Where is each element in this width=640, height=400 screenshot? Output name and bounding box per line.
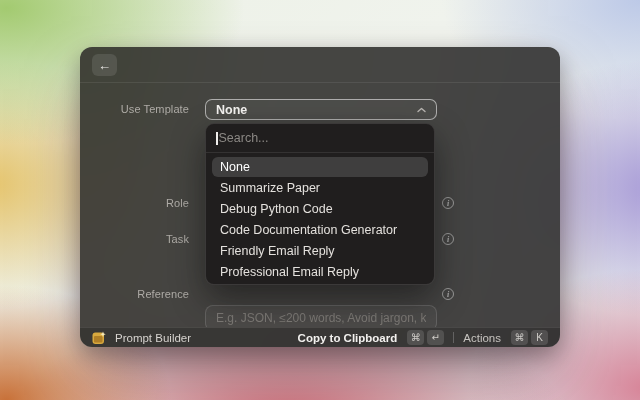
dropdown-item-summarize-paper[interactable]: Summarize Paper xyxy=(212,178,428,198)
back-button[interactable]: ← xyxy=(92,54,117,76)
info-icon[interactable]: i xyxy=(442,288,454,300)
prompt-builder-window: ← Use Template None Role Task Reference … xyxy=(80,47,560,347)
template-dropdown: None Summarize Paper Debug Python Code C… xyxy=(205,123,435,285)
footer-bar: Prompt Builder Copy to Clipboard ⌘ ↵ Act… xyxy=(80,327,560,347)
dropdown-item-debug-python-code[interactable]: Debug Python Code xyxy=(212,199,428,219)
app-name: Prompt Builder xyxy=(115,332,191,344)
dropdown-item-friendly-email-reply[interactable]: Friendly Email Reply xyxy=(212,241,428,261)
copy-to-clipboard-button[interactable]: Copy to Clipboard xyxy=(298,332,398,344)
k-key-icon: K xyxy=(531,330,548,345)
chevron-up-icon xyxy=(417,107,426,113)
command-key-icon: ⌘ xyxy=(407,330,424,345)
actions-button[interactable]: Actions xyxy=(463,332,501,344)
text-caret xyxy=(216,132,218,145)
info-icon[interactable]: i xyxy=(442,233,454,245)
format-constraints-input[interactable] xyxy=(205,305,437,327)
command-key-icon: ⌘ xyxy=(511,330,528,345)
task-label: Task xyxy=(80,233,189,245)
dropdown-item-none[interactable]: None xyxy=(212,157,428,177)
prompt-builder-app-icon xyxy=(92,331,106,345)
footer-separator xyxy=(453,332,454,343)
form-area: Use Template None Role Task Reference Fo… xyxy=(80,83,560,327)
dropdown-search-input[interactable] xyxy=(219,131,425,145)
dropdown-item-professional-email-reply[interactable]: Professional Email Reply xyxy=(212,262,428,282)
footer-actions: Copy to Clipboard ⌘ ↵ Actions ⌘ K xyxy=(298,330,548,345)
dropdown-list: None Summarize Paper Debug Python Code C… xyxy=(206,153,434,285)
combobox-value: None xyxy=(216,103,247,117)
return-key-icon: ↵ xyxy=(427,330,444,345)
back-arrow-icon: ← xyxy=(98,59,111,72)
use-template-label: Use Template xyxy=(80,103,189,115)
reference-label: Reference xyxy=(80,288,189,300)
dropdown-item-code-documentation-generator[interactable]: Code Documentation Generator xyxy=(212,220,428,240)
role-label: Role xyxy=(80,197,189,209)
dropdown-search-row[interactable] xyxy=(206,124,434,153)
window-header: ← xyxy=(80,47,560,83)
template-combobox[interactable]: None xyxy=(205,99,437,120)
info-icon[interactable]: i xyxy=(442,197,454,209)
